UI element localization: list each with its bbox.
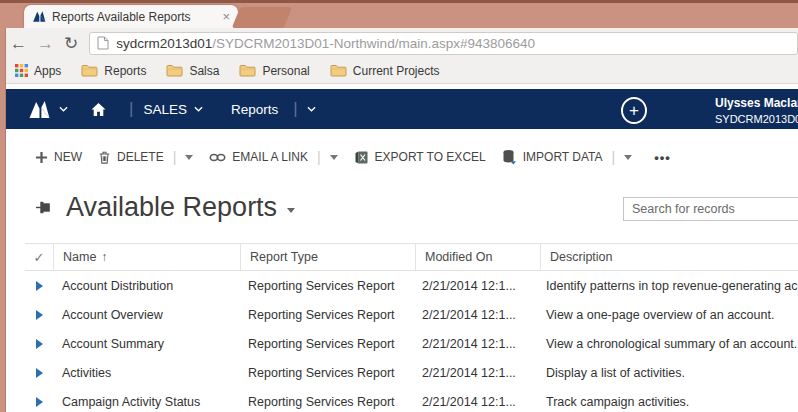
column-header-report-type[interactable]: Report Type xyxy=(240,244,415,270)
new-button[interactable]: NEW xyxy=(35,150,82,164)
email-a-link-label: EMAIL A LINK xyxy=(232,150,308,164)
crm-logo-icon[interactable] xyxy=(25,100,53,119)
nav-chevron-down-icon[interactable] xyxy=(59,106,68,112)
row-select-cell[interactable] xyxy=(25,339,53,349)
column-header-name[interactable]: Name ↑ xyxy=(53,244,240,270)
import-split-button: IMPORT DATA | xyxy=(502,149,632,165)
bookmark-folder[interactable]: Salsa xyxy=(166,64,219,78)
page-icon xyxy=(97,36,109,50)
bookmark-folder[interactable]: Personal xyxy=(239,64,309,78)
cell-description: Identify patterns in top revenue-generat… xyxy=(537,279,798,293)
delete-split-button: DELETE | xyxy=(98,149,193,165)
browser-window: Reports Available Reports × ← → ↻ sydcrm… xyxy=(0,0,798,412)
grid-header-row: ✓ Name ↑ Report Type Modified On Descrip… xyxy=(25,243,798,271)
cell-description: Track campaign activities. xyxy=(537,395,798,409)
nav-page-label: Reports xyxy=(231,102,278,117)
main-content: NEW DELETE | xyxy=(5,129,798,412)
import-data-button[interactable]: IMPORT DATA xyxy=(502,149,603,165)
bookmark-folders: Reports Salsa Personal xyxy=(81,64,459,78)
cell-description: View a chronological summary of an accou… xyxy=(537,337,798,351)
expand-triangle-icon[interactable] xyxy=(36,310,43,320)
browser-toolbar: ← → ↻ sydcrm2013d01/SYDCRM2013D01-Northw… xyxy=(5,28,798,58)
crm-navbar: | SALES Reports | + Ulysses Maclaren SYD… xyxy=(5,89,798,129)
cell-name[interactable]: Activities xyxy=(53,366,239,380)
delete-dropdown-icon[interactable] xyxy=(185,155,193,160)
expand-triangle-icon[interactable] xyxy=(36,397,43,407)
table-row[interactable]: Account Distribution Reporting Services … xyxy=(25,271,798,300)
row-select-cell[interactable] xyxy=(25,310,53,320)
column-label: Modified On xyxy=(425,250,492,264)
cell-name[interactable]: Account Summary xyxy=(53,337,239,351)
crm-favicon xyxy=(32,10,46,23)
check-icon: ✓ xyxy=(34,250,45,265)
bookmark-folder-label: Personal xyxy=(262,64,309,78)
forward-icon[interactable]: → xyxy=(37,35,54,52)
reload-icon[interactable]: ↻ xyxy=(64,35,78,52)
cell-description: View a one-page overview of an account. xyxy=(537,308,798,322)
bookmark-folder[interactable]: Reports xyxy=(81,64,146,78)
column-header-modified-on[interactable]: Modified On xyxy=(415,244,540,270)
table-row[interactable]: Activities Reporting Services Report 2/2… xyxy=(25,358,798,387)
browser-tab[interactable]: Reports Available Reports × xyxy=(24,5,238,28)
user-name: Ulysses Maclaren xyxy=(715,96,798,112)
export-to-excel-button[interactable]: EXPORT TO EXCEL xyxy=(354,150,486,165)
tab-close-icon[interactable]: × xyxy=(222,10,230,23)
view-title[interactable]: Available Reports xyxy=(66,192,277,223)
column-label: Report Type xyxy=(250,250,318,264)
excel-icon xyxy=(354,150,369,165)
nav-divider: | xyxy=(293,99,297,119)
import-data-label: IMPORT DATA xyxy=(523,150,603,164)
expand-triangle-icon[interactable] xyxy=(36,368,43,378)
trash-icon xyxy=(98,150,111,165)
folder-icon xyxy=(81,64,98,77)
cell-name[interactable]: Campaign Activity Status xyxy=(53,395,239,409)
apps-shortcut[interactable]: Apps xyxy=(15,64,61,78)
row-select-cell[interactable] xyxy=(25,281,53,291)
nav-area-label: SALES xyxy=(143,102,187,117)
delete-button[interactable]: DELETE xyxy=(98,150,164,165)
column-label: Name xyxy=(63,250,96,264)
import-dropdown-icon[interactable] xyxy=(624,155,632,160)
quick-create-button[interactable]: + xyxy=(621,97,647,124)
back-icon[interactable]: ← xyxy=(10,35,27,52)
cell-modified-on: 2/21/2014 12:1... xyxy=(413,308,537,322)
folder-icon xyxy=(166,64,183,77)
new-tab-button[interactable] xyxy=(232,7,292,28)
reports-chevron-down-icon[interactable] xyxy=(307,106,316,112)
nav-divider: | xyxy=(129,99,133,119)
row-select-cell[interactable] xyxy=(25,368,53,378)
table-row[interactable]: Campaign Activity Status Reporting Servi… xyxy=(25,387,798,412)
bookmark-folder[interactable]: Current Projects xyxy=(330,64,440,78)
expand-triangle-icon[interactable] xyxy=(36,339,43,349)
cell-report-type: Reporting Services Report xyxy=(239,395,413,409)
new-label: NEW xyxy=(54,150,82,164)
nav-area-sales[interactable]: SALES xyxy=(143,102,203,117)
url-host: sydcrm2013d01 xyxy=(116,36,212,51)
more-commands-icon[interactable]: ••• xyxy=(654,150,671,165)
folder-icon xyxy=(330,64,347,77)
user-info[interactable]: Ulysses Maclaren SYDCRM2013D01 xyxy=(715,96,798,126)
cell-name[interactable]: Account Overview xyxy=(53,308,239,322)
column-header-description[interactable]: Description xyxy=(540,244,798,270)
email-split-button: EMAIL A LINK | xyxy=(209,149,337,165)
table-row[interactable]: Account Summary Reporting Services Repor… xyxy=(25,329,798,358)
select-all-header[interactable]: ✓ xyxy=(25,244,53,270)
row-select-cell[interactable] xyxy=(25,397,53,407)
cell-modified-on: 2/21/2014 12:1... xyxy=(413,395,537,409)
cell-report-type: Reporting Services Report xyxy=(239,279,413,293)
expand-triangle-icon[interactable] xyxy=(36,281,43,291)
home-icon[interactable] xyxy=(90,102,107,117)
bookmark-folder-label: Current Projects xyxy=(353,64,440,78)
bookmark-folder-label: Salsa xyxy=(189,64,219,78)
email-dropdown-icon[interactable] xyxy=(330,155,338,160)
search-input[interactable] xyxy=(623,197,798,221)
cell-report-type: Reporting Services Report xyxy=(239,308,413,322)
org-name: SYDCRM2013D01 xyxy=(715,112,798,126)
cell-report-type: Reporting Services Report xyxy=(239,337,413,351)
cell-name[interactable]: Account Distribution xyxy=(53,279,239,293)
address-bar[interactable]: sydcrm2013d01/SYDCRM2013D01-Northwind/ma… xyxy=(89,32,798,55)
nav-page-reports[interactable]: Reports | xyxy=(231,99,316,119)
email-a-link-button[interactable]: EMAIL A LINK xyxy=(209,150,308,164)
view-selector-chevron-icon[interactable] xyxy=(287,208,295,213)
table-row[interactable]: Account Overview Reporting Services Repo… xyxy=(25,300,798,329)
